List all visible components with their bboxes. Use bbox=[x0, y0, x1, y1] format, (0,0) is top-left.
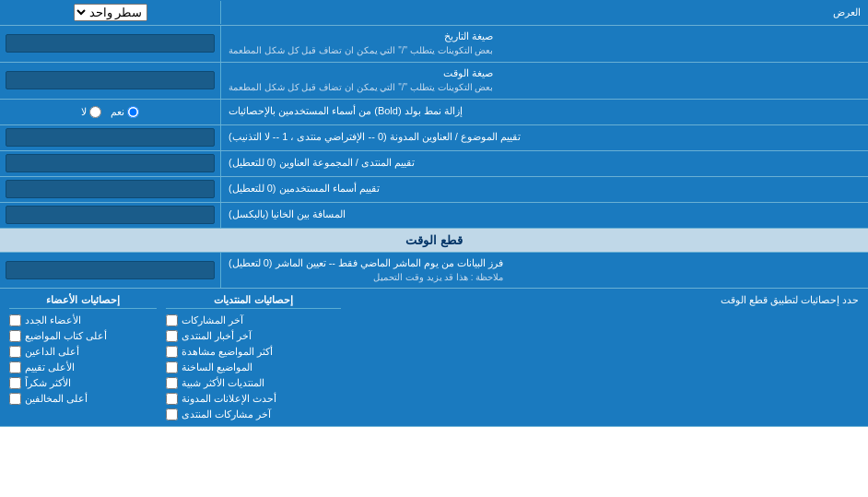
chk-col1-6[interactable] bbox=[166, 408, 178, 420]
cut-input-wrap: 0 bbox=[0, 253, 221, 289]
user-rank-input[interactable]: 0 bbox=[6, 180, 215, 198]
checkboxes-limit-label: حدد إحصائيات لتطبيق قطع الوقت bbox=[341, 294, 859, 306]
chk-col2-item-4: الأكثر شكراً bbox=[9, 377, 71, 389]
bold-remove-row: إزالة نمط بولد (Bold) من أسماء المستخدمي… bbox=[0, 100, 868, 125]
forum-rank-row: تقييم المنتدى / المجموعة العناوين (0 للت… bbox=[0, 151, 868, 177]
chk-col2-item-1: أعلى كتاب المواضيع bbox=[9, 330, 107, 342]
checkboxes-section: حدد إحصائيات لتطبيق قطع الوقت إحصائيات ا… bbox=[0, 289, 868, 427]
checkboxes-cols: آخر المشاركات آخر أخبار المنتدى أكثر الم… bbox=[9, 314, 341, 420]
user-rank-row: تقييم أسماء المستخدمين (0 للتعطيل) 0 bbox=[0, 177, 868, 203]
bold-remove-label: إزالة نمط بولد (Bold) من أسماء المستخدمي… bbox=[221, 100, 868, 124]
bold-radio-no[interactable] bbox=[89, 106, 101, 118]
topic-rank-row: تقييم الموضوع / العناوين المدونة (0 -- ا… bbox=[0, 125, 868, 151]
chk-col2-2[interactable] bbox=[9, 346, 21, 358]
chk-col1-5[interactable] bbox=[166, 393, 178, 405]
col2-header: إحصائيات الأعضاء bbox=[9, 294, 157, 309]
time-format-row: صيغة الوقتبعض التكوينات يتطلب "/" التي ي… bbox=[0, 63, 868, 100]
bold-radio-yes[interactable] bbox=[127, 106, 139, 118]
chk-col1-0[interactable] bbox=[166, 314, 178, 326]
chk-col1-item-6: آخر مشاركات المنتدى bbox=[166, 408, 271, 420]
time-format-input-wrap: H:i bbox=[0, 63, 221, 99]
chk-col2-item-5: أعلى المخالفين bbox=[9, 393, 88, 405]
space-input-wrap: 2 bbox=[0, 203, 221, 228]
chk-col2-item-2: أعلى الداعين bbox=[9, 346, 79, 358]
chk-col2-5[interactable] bbox=[9, 393, 21, 405]
topic-rank-label: تقييم الموضوع / العناوين المدونة (0 -- ا… bbox=[221, 125, 868, 150]
cut-row: فرز البيانات من يوم الماشر الماضي فقط --… bbox=[0, 253, 868, 290]
cut-label: فرز البيانات من يوم الماشر الماضي فقط --… bbox=[221, 253, 868, 289]
forum-rank-label: تقييم المنتدى / المجموعة العناوين (0 للت… bbox=[221, 151, 868, 176]
space-input[interactable]: 2 bbox=[6, 206, 215, 224]
col1-checkboxes: آخر المشاركات آخر أخبار المنتدى أكثر الم… bbox=[166, 314, 341, 420]
user-rank-label: تقييم أسماء المستخدمين (0 للتعطيل) bbox=[221, 177, 868, 202]
section-header: قطع الوقت bbox=[0, 229, 868, 253]
cut-input[interactable]: 0 bbox=[6, 261, 215, 279]
time-format-input[interactable]: H:i bbox=[6, 71, 215, 89]
checkboxes-headers: إحصائيات المنتديات إحصائيات الأعضاء bbox=[9, 294, 341, 309]
chk-col1-item-0: آخر المشاركات bbox=[166, 314, 243, 326]
chk-col1-3[interactable] bbox=[166, 361, 178, 373]
top-select-area[interactable]: سطر واحد bbox=[0, 1, 221, 24]
forum-rank-input-wrap: 33 bbox=[0, 151, 221, 176]
forum-rank-input[interactable]: 33 bbox=[6, 154, 215, 172]
col1-header: إحصائيات المنتديات bbox=[166, 294, 341, 309]
space-row: المسافة بين الخانيا (بالبكسل) 2 bbox=[0, 203, 868, 229]
checkboxes-data: آخر المشاركات آخر أخبار المنتدى أكثر الم… bbox=[0, 314, 868, 420]
user-rank-input-wrap: 0 bbox=[0, 177, 221, 202]
space-label: المسافة بين الخانيا (بالبكسل) bbox=[221, 203, 868, 228]
bold-radio-yes-label[interactable]: نعم bbox=[111, 106, 139, 118]
date-format-input-wrap: d-m bbox=[0, 26, 221, 62]
chk-col1-2[interactable] bbox=[166, 346, 178, 358]
topic-rank-input[interactable]: 33 bbox=[6, 128, 215, 147]
top-row: العرض سطر واحد bbox=[0, 0, 868, 26]
date-format-input[interactable]: d-m bbox=[6, 34, 215, 53]
date-format-row: صيغة التاريخبعض التكوينات يتطلب "/" التي… bbox=[0, 26, 868, 63]
checkboxes-spacer bbox=[341, 314, 859, 420]
chk-col1-item-2: أكثر المواضيع مشاهدة bbox=[166, 346, 273, 358]
chk-col1-item-4: المنتديات الأكثر شبية bbox=[166, 377, 264, 389]
chk-col1-4[interactable] bbox=[166, 377, 178, 389]
top-row-label: العرض bbox=[221, 3, 868, 22]
time-format-label: صيغة الوقتبعض التكوينات يتطلب "/" التي ي… bbox=[221, 63, 868, 99]
chk-col1-item-3: المواضيع الساخنة bbox=[166, 361, 252, 373]
bold-radio-group: نعم لا bbox=[81, 106, 139, 118]
bold-remove-input-wrap: نعم لا bbox=[0, 100, 221, 124]
chk-col1-1[interactable] bbox=[166, 330, 178, 342]
checkboxes-header-container: حدد إحصائيات لتطبيق قطع الوقت إحصائيات ا… bbox=[0, 294, 868, 314]
col2-checkboxes: الأعضاء الجدد أعلى كتاب المواضيع أعلى ال… bbox=[9, 314, 157, 420]
chk-col1-item-1: آخر أخبار المنتدى bbox=[166, 330, 252, 342]
topic-rank-input-wrap: 33 bbox=[0, 125, 221, 150]
chk-col2-3[interactable] bbox=[9, 361, 21, 373]
chk-col2-1[interactable] bbox=[9, 330, 21, 342]
bold-radio-no-label[interactable]: لا bbox=[81, 106, 101, 118]
chk-col2-4[interactable] bbox=[9, 377, 21, 389]
date-format-label: صيغة التاريخبعض التكوينات يتطلب "/" التي… bbox=[221, 26, 868, 62]
chk-col2-item-0: الأعضاء الجدد bbox=[9, 314, 81, 326]
chk-col2-item-3: الأعلى تقييم bbox=[9, 361, 75, 373]
chk-col1-item-5: أحدث الإعلانات المدونة bbox=[166, 393, 276, 405]
chk-col2-0[interactable] bbox=[9, 314, 21, 326]
display-select[interactable]: سطر واحد bbox=[74, 4, 147, 21]
